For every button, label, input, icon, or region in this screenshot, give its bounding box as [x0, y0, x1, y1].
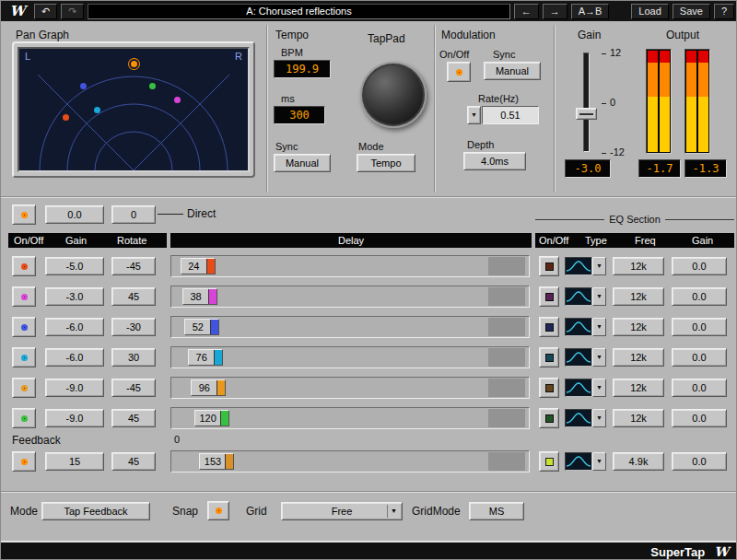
tap3-delay-slider[interactable]: 52 — [170, 316, 530, 338]
tap4-eq-freq-value[interactable]: 12k — [613, 348, 664, 367]
tap6-rotate-value[interactable]: 45 — [111, 409, 156, 427]
tap6-delay-slider[interactable]: 120 — [170, 407, 530, 429]
tappad-knob[interactable] — [360, 62, 427, 128]
tap5-delay-slider[interactable]: 96 — [170, 377, 530, 399]
tap4-rotate-value[interactable]: 30 — [111, 348, 156, 367]
snap-toggle-button[interactable] — [207, 501, 229, 520]
tap2-eq-onoff-button[interactable] — [539, 286, 559, 307]
pan-graph-display[interactable]: L R — [18, 47, 250, 172]
feedback-gain-value[interactable]: 15 — [45, 452, 104, 471]
grid-dropdown[interactable]: Free ▼ — [281, 502, 403, 520]
prev-preset-button[interactable]: ← — [514, 4, 539, 19]
tap3-eq-type-dropdown[interactable]: ▼ — [565, 318, 606, 336]
master-gain-value[interactable]: -3.0 — [565, 159, 611, 178]
tap6-delay-thumb[interactable]: 120 — [194, 410, 229, 426]
tap5-eq-freq-value[interactable]: 12k — [613, 379, 664, 397]
tap1-onoff-button[interactable] — [12, 256, 36, 276]
tap2-delay-thumb[interactable]: 38 — [182, 288, 217, 305]
tap3-eq-freq-value[interactable]: 12k — [613, 318, 664, 336]
undo-button[interactable]: ↶ — [34, 4, 57, 19]
tap5-eq-gain-value[interactable]: 0.0 — [672, 379, 727, 397]
save-button[interactable]: Save — [673, 4, 710, 19]
modulation-depth-value[interactable]: 4.0ms — [463, 152, 526, 170]
tap5-delay-thumb[interactable]: 96 — [191, 379, 226, 396]
help-button[interactable]: ? — [714, 4, 734, 19]
gridmode-button[interactable]: MS — [469, 502, 524, 520]
tap4-eq-type-dropdown[interactable]: ▼ — [565, 348, 606, 367]
pan-dot[interactable] — [174, 97, 181, 103]
tap4-eq-onoff-button[interactable] — [539, 347, 559, 368]
tap2-eq-gain-value[interactable]: 0.0 — [672, 287, 727, 306]
feedback-delay-slider[interactable]: 153 — [170, 450, 530, 472]
modulation-rate-dropdown-button[interactable]: ▼ — [467, 106, 481, 124]
feedback-rotate-value[interactable]: 45 — [111, 452, 156, 471]
tap1-rotate-value[interactable]: -45 — [111, 257, 156, 275]
feedback-eq-type-dropdown[interactable]: ▼ — [565, 452, 606, 471]
tap4-onoff-button[interactable] — [12, 347, 36, 368]
tap4-gain-value[interactable]: -6.0 — [45, 348, 104, 367]
feedback-mode-button[interactable]: Tap Feedback — [41, 502, 150, 520]
bpm-value[interactable]: 199.9 — [274, 60, 331, 78]
ab-compare-button[interactable]: A→B — [571, 4, 610, 19]
master-gain-slider-handle[interactable] — [576, 108, 597, 120]
feedback-eq-gain-value[interactable]: 0.0 — [672, 452, 727, 471]
redo-button[interactable]: ↷ — [61, 4, 84, 19]
feedback-eq-freq-value[interactable]: 4.9k — [613, 452, 664, 471]
tap1-eq-type-dropdown[interactable]: ▼ — [565, 257, 606, 275]
pan-dot[interactable] — [63, 114, 69, 121]
tap4-delay-thumb[interactable]: 76 — [188, 349, 223, 366]
tap6-gain-value[interactable]: -9.0 — [45, 409, 104, 427]
tap3-delay-thumb[interactable]: 52 — [184, 319, 219, 335]
tap2-onoff-button[interactable] — [12, 286, 36, 307]
tap3-gain-value[interactable]: -6.0 — [45, 318, 104, 336]
modulation-sync-button[interactable]: Manual — [484, 62, 541, 80]
tempo-sync-button[interactable]: Manual — [274, 154, 331, 172]
tap1-eq-onoff-button[interactable] — [539, 256, 559, 276]
ms-value[interactable]: 300 — [274, 106, 325, 124]
tap3-onoff-button[interactable] — [12, 317, 36, 337]
tap3-eq-gain-value[interactable]: 0.0 — [672, 318, 727, 336]
tap6-eq-freq-value[interactable]: 12k — [613, 409, 664, 427]
tap5-eq-type-dropdown[interactable]: ▼ — [565, 379, 606, 397]
pan-dot[interactable] — [94, 107, 100, 113]
tap4-delay-slider[interactable]: 76 — [170, 346, 530, 368]
tappad-mode-button[interactable]: Tempo — [357, 154, 415, 172]
tap5-onoff-button[interactable] — [12, 378, 36, 398]
tap4-eq-gain-value[interactable]: 0.0 — [672, 348, 727, 367]
preset-display[interactable]: A: Chorused reflections — [88, 4, 509, 19]
tap5-eq-onoff-button[interactable] — [539, 378, 559, 398]
tap2-eq-freq-value[interactable]: 12k — [613, 287, 664, 306]
tap1-eq-freq-value[interactable]: 12k — [613, 257, 664, 275]
next-preset-button[interactable]: → — [543, 4, 567, 19]
master-gain-slider-track[interactable] — [583, 52, 590, 152]
modulation-rate-value[interactable]: 0.51 — [482, 106, 539, 124]
tap2-rotate-value[interactable]: 45 — [111, 287, 156, 306]
tap1-eq-gain-value[interactable]: 0.0 — [672, 257, 727, 275]
direct-onoff-button[interactable] — [12, 204, 36, 225]
output-value-left[interactable]: -1.7 — [638, 159, 681, 178]
tap6-eq-type-dropdown[interactable]: ▼ — [565, 409, 606, 427]
tap3-eq-onoff-button[interactable] — [539, 317, 559, 337]
tap1-delay-slider[interactable]: 24 — [170, 255, 530, 277]
tap2-gain-value[interactable]: -3.0 — [45, 287, 104, 306]
modulation-onoff-button[interactable] — [447, 62, 471, 82]
feedback-delay-thumb[interactable]: 153 — [199, 453, 234, 470]
tap6-eq-onoff-button[interactable] — [539, 408, 559, 428]
tap2-delay-slider[interactable]: 38 — [170, 286, 530, 308]
pan-dot[interactable] — [80, 83, 87, 89]
direct-rotate-value[interactable]: 0 — [111, 205, 156, 224]
pan-graph[interactable]: L R — [12, 41, 255, 178]
tap6-eq-gain-value[interactable]: 0.0 — [672, 409, 727, 427]
tap5-gain-value[interactable]: -9.0 — [45, 379, 104, 397]
direct-gain-value[interactable]: 0.0 — [45, 205, 104, 224]
tap1-delay-thumb[interactable]: 24 — [181, 258, 216, 274]
tap2-eq-type-dropdown[interactable]: ▼ — [565, 287, 606, 306]
load-button[interactable]: Load — [631, 4, 668, 19]
output-value-right[interactable]: -1.3 — [684, 159, 727, 178]
feedback-eq-onoff-button[interactable] — [539, 451, 559, 472]
pan-dot-direct[interactable] — [131, 61, 137, 67]
feedback-onoff-button[interactable] — [12, 451, 36, 472]
tap6-onoff-button[interactable] — [12, 408, 36, 428]
tap1-gain-value[interactable]: -5.0 — [45, 257, 104, 275]
pan-dot[interactable] — [149, 83, 156, 89]
